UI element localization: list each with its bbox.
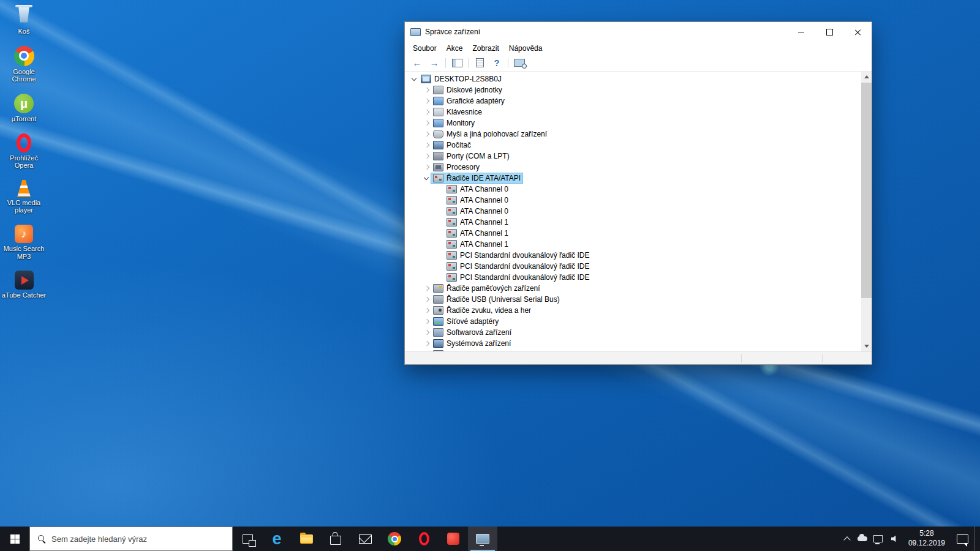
expander-icon[interactable] (422, 339, 431, 348)
tree-node[interactable]: Klávesnice (405, 107, 861, 118)
tree-node[interactable]: Procesory (405, 162, 861, 173)
network-tray-button[interactable] (870, 527, 886, 551)
tree-node[interactable]: Monitory (405, 118, 861, 129)
expander-icon[interactable] (422, 97, 431, 105)
tree-node[interactable]: PCI Standardní dvoukanálový řadič IDE (405, 250, 861, 261)
properties-button[interactable] (472, 56, 487, 70)
statusbar-divider (822, 354, 823, 362)
taskbar-red-app-button[interactable] (439, 527, 468, 551)
desktop-icon-recycle-bin[interactable]: Koš (1, 4, 47, 36)
tray-overflow-button[interactable] (840, 527, 854, 551)
show-console-tree-button[interactable] (450, 56, 464, 70)
tree-node[interactable]: PCI Standardní dvoukanálový řadič IDE (405, 261, 861, 272)
action-center-button[interactable] (950, 527, 974, 551)
expander-icon[interactable] (410, 75, 418, 83)
start-button[interactable] (0, 527, 29, 551)
expander-icon[interactable] (422, 163, 431, 171)
expander-icon[interactable] (422, 174, 431, 182)
maximize-button[interactable] (815, 22, 843, 42)
tree-node[interactable]: Porty (COM a LPT) (405, 151, 861, 162)
usb-controller-icon (433, 295, 443, 304)
desktop-icon-atube[interactable]: aTube Catcher (1, 271, 47, 299)
help-button[interactable] (489, 56, 504, 70)
tree-node[interactable]: Počítač (405, 140, 861, 151)
tree-node[interactable]: DESKTOP-L2S8B0J (405, 73, 861, 84)
expander-icon (435, 240, 444, 249)
menu-action[interactable]: Akce (442, 42, 468, 54)
expander-icon[interactable] (422, 130, 431, 138)
expander-icon[interactable] (422, 86, 431, 94)
show-console-tree-icon (452, 59, 462, 67)
taskbar-search[interactable]: Sem zadejte hledaný výraz (29, 527, 233, 551)
taskbar-chrome-button[interactable] (380, 527, 409, 551)
show-desktop-button[interactable] (974, 527, 980, 551)
taskbar-device-manager-button[interactable] (468, 527, 497, 551)
taskbar-opera-button[interactable] (409, 527, 439, 551)
tree-node[interactable]: Systémová zařízení (405, 338, 861, 349)
taskbar-clock[interactable]: 5:28 09.12.2019 (903, 527, 950, 551)
forward-button[interactable] (427, 56, 442, 70)
tree-node[interactable]: Řadiče zvuku, videa a her (405, 305, 861, 316)
tree-node[interactable]: Grafické adaptéry (405, 96, 861, 107)
tree-node[interactable]: Řadiče paměťových zařízení (405, 283, 861, 294)
window-titlebar[interactable]: Správce zařízení (405, 22, 872, 42)
tree-node[interactable]: ATA Channel 1 (405, 228, 861, 239)
device-manager-window: Správce zařízení SouborAkceZobrazitNápov… (404, 21, 872, 365)
expander-icon[interactable] (422, 108, 431, 116)
window-controls (787, 22, 872, 42)
close-button[interactable] (843, 22, 872, 42)
tree-node[interactable]: ATA Channel 0 (405, 206, 861, 217)
expander-icon[interactable] (422, 328, 431, 337)
tree-node[interactable]: PCI Standardní dvoukanálový řadič IDE (405, 272, 861, 283)
utorrent-icon: µ (14, 94, 34, 113)
minimize-button[interactable] (787, 22, 815, 42)
disk-drive-icon (433, 86, 443, 94)
expander-icon[interactable] (422, 317, 431, 326)
tree-node[interactable]: Řadiče USB (Universal Serial Bus) (405, 294, 861, 305)
expander-icon[interactable] (422, 141, 431, 149)
desktop-icon-vlc[interactable]: VLC media player (1, 180, 47, 214)
tree-node[interactable]: Řadiče IDE ATA/ATAPI (405, 173, 861, 184)
tree-node[interactable]: ATA Channel 0 (405, 195, 861, 206)
taskbar-edge-button[interactable]: e (262, 527, 292, 551)
desktop-icon-chrome[interactable]: Google Chrome (1, 46, 47, 83)
tree-node[interactable]: ATA Channel 1 (405, 239, 861, 250)
windows-logo-icon (10, 534, 20, 544)
expander-icon[interactable] (422, 295, 431, 304)
menu-view[interactable]: Zobrazit (467, 42, 503, 54)
search-placeholder: Sem zadejte hledaný výraz (51, 534, 147, 544)
expander-icon[interactable] (422, 306, 431, 315)
task-view-icon (243, 534, 253, 544)
tree-node[interactable]: Síťové adaptéry (405, 316, 861, 327)
onedrive-tray-button[interactable] (854, 527, 870, 551)
device-manager-window-icon (410, 28, 421, 36)
taskbar-mail-button[interactable] (350, 527, 380, 551)
back-button[interactable] (410, 56, 424, 70)
vertical-scrollbar[interactable] (861, 72, 872, 351)
desktop-icon-music-search[interactable]: Music Search MP3 (1, 225, 47, 260)
tree-node[interactable]: ATA Channel 0 (405, 184, 861, 195)
tree-node[interactable]: Myši a jiná polohovací zařízení (405, 129, 861, 140)
taskbar-file-explorer-button[interactable] (292, 527, 321, 551)
expander-icon[interactable] (422, 152, 431, 160)
scan-hardware-changes-button[interactable] (512, 56, 527, 70)
expander-icon[interactable] (422, 119, 431, 127)
system-device-icon (433, 339, 443, 348)
desktop-icon-utorrent[interactable]: µ µTorrent (1, 94, 47, 123)
tree-node[interactable]: Softwarová zařízení (405, 327, 861, 338)
toolbar (405, 54, 872, 72)
desktop-icon-opera[interactable]: Prohlížeč Opera (1, 133, 47, 170)
menu-help[interactable]: Nápověda (504, 42, 548, 54)
volume-tray-button[interactable] (886, 527, 903, 551)
scroll-up-button[interactable] (861, 72, 872, 82)
scroll-down-button[interactable] (861, 341, 872, 351)
taskbar-task-view-button[interactable] (233, 527, 262, 551)
expander-icon[interactable] (422, 284, 431, 293)
maximize-icon (826, 29, 833, 36)
taskbar-store-button[interactable] (321, 527, 350, 551)
mouse-icon (433, 130, 443, 138)
tree-node[interactable]: Diskové jednotky (405, 84, 861, 96)
menu-file[interactable]: Soubor (408, 42, 442, 54)
scrollbar-thumb[interactable] (861, 83, 872, 298)
tree-node[interactable]: ATA Channel 1 (405, 217, 861, 228)
